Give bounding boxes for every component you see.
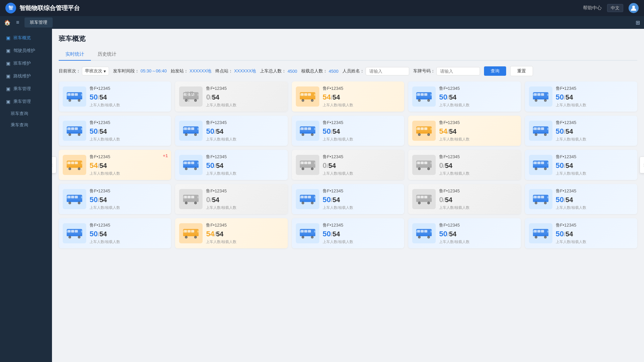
query-button[interactable]: 查询 [484,66,506,76]
plate-input[interactable] [436,67,480,75]
reset-button[interactable]: 重置 [510,66,533,76]
bus-capacity: 54 [566,196,573,203]
svg-rect-170 [67,200,82,202]
bus-card[interactable]: 鲁F•12345 50/54 上车人数/核载人数 [408,218,521,248]
svg-point-218 [544,202,546,204]
sidebar-item-driver[interactable]: ▣ 驾驶员维护 [0,44,52,57]
bus-sub-label: 上车人数/核载人数 [206,239,283,244]
filter-bar: 目前班次： 早班次次 ▾ 发车时间段： 05:30～06:40 始发站： XXX… [59,66,637,76]
sidebar-item-bus-query[interactable]: 班车查询 [0,108,52,119]
bus-card[interactable]: 鲁F•12345 54/54 上车人数/核载人数 [175,218,287,248]
bus-plate: 鲁F•12345 [439,85,517,92]
bus-info: 鲁F•12345 50/54 上车人数/核载人数 [206,120,283,141]
bus-sub-label: 上车人数/核载人数 [90,103,167,108]
bus-card[interactable]: 鲁F•12345 50/54 上车人数/核载人数 [525,116,637,146]
bus-card[interactable]: 鲁F•12345 50/54 上车人数/核载人数 [292,218,404,248]
svg-rect-268 [541,230,544,233]
name-input[interactable] [366,67,409,75]
bus-plate: 鲁F•12345 [556,85,633,92]
sidebar-item-bus-maintenance[interactable]: ▣ 班车维护 [0,57,52,70]
bus-card[interactable]: 鲁F•12345 0/54 上车人数/核载人数 [408,184,521,214]
sidebar-item-overview[interactable]: ▣ 班车概览 [0,32,52,44]
bus-card[interactable]: 鲁F•12345 50/54 上车人数/核载人数 [408,81,521,112]
sidebar-item-ride-mgmt[interactable]: ▣ 乘车管理 [0,82,52,95]
tab-realtime[interactable]: 实时统计 [59,49,91,61]
svg-rect-192 [300,200,315,202]
avatar[interactable] [629,3,639,13]
svg-rect-208 [416,196,418,198]
tab-history[interactable]: 历史统计 [91,49,123,61]
svg-rect-220 [547,196,548,198]
svg-rect-202 [424,196,427,198]
route-icon: ▣ [5,73,11,79]
bus-boarded: 50 [439,230,447,238]
bus-capacity: 54 [566,162,573,169]
bus-card[interactable]: 鲁F•12345 54/54 上车人数/核载人数 [292,81,404,112]
svg-rect-114 [75,162,78,164]
svg-rect-87 [300,128,301,130]
shift-select[interactable]: 早班次次 ▾ [82,67,109,75]
home-icon[interactable]: 🏠 [4,19,11,26]
sidebar-item-route[interactable]: ▣ 路线维护 [0,70,52,82]
carousel-next-button[interactable]: › [640,157,644,173]
bus-card[interactable]: 鲁F•12345 50/54 上车人数/核载人数 [59,184,171,214]
app-logo: 智 [5,3,16,13]
svg-point-75 [195,134,197,135]
svg-rect-109 [533,128,534,130]
bus-card[interactable]: 鲁F•12345 0/54 上车人数/核载人数 [175,184,287,214]
bus-card[interactable]: 鲁F•12345 54/54 上车人数/核载人数 +1 [59,150,171,180]
bus-sub-label: 上车人数/核载人数 [323,171,400,176]
lang-button[interactable]: 中文 [607,4,623,12]
svg-rect-125 [191,162,194,164]
capacity-label: 核载总人数： [301,68,327,74]
svg-rect-76 [183,128,184,130]
bus-card[interactable]: 鲁F•12345 50/54 上车人数/核载人数 [525,218,637,248]
bus-sub-label: 上车人数/核载人数 [90,171,167,176]
bus-sub-label: 上车人数/核载人数 [439,137,517,142]
svg-point-9 [78,100,80,101]
bus-card[interactable]: 鲁F•12345 50/54 上车人数/核载人数 [59,116,171,146]
bus-card[interactable]: 鲁F•12345 54/54 上车人数/核载人数 [408,116,521,146]
bus-card[interactable]: 鲁F•12345 50/54 上车人数/核载人数 [175,116,287,146]
svg-rect-235 [191,230,194,233]
bus-card[interactable]: 鲁F•12345 50/54 上车人数/核载人数 [525,81,637,112]
svg-rect-33 [314,94,315,96]
carousel-prev-button[interactable]: ‹ [52,157,56,173]
help-link[interactable]: 帮助中心 [583,5,602,11]
bus-boarded: 50 [90,230,98,238]
bus-capacity: 54 [212,94,219,101]
nav-tab-shuttle[interactable]: 班车管理 [24,17,53,27]
bus-card[interactable]: 鲁F•12345 0/54 上车人数/核载人数 [408,150,521,180]
svg-rect-3 [71,93,74,96]
bus-card[interactable]: 鲁F•12345 50/54 上车人数/核载人数 [525,150,637,180]
bus-card[interactable]: 鲁F•12345 50/54 上车人数/核载人数 [175,150,287,180]
bus-card[interactable]: 鲁F•12345 50/54 上车人数/核载人数 [59,81,171,112]
svg-rect-197 [300,196,301,198]
bus-capacity: 54 [449,128,457,135]
sidebar-item-ride-query[interactable]: 乘车查询 [0,119,52,131]
svg-point-227 [69,236,71,238]
svg-rect-43 [416,94,418,96]
svg-rect-113 [71,162,74,164]
bus-boarded: 50 [206,127,214,135]
sidebar-item-ride-mgmt2[interactable]: ▣ 乘车管理 [0,95,52,108]
bus-capacity: 54 [566,230,573,238]
svg-point-185 [195,202,197,204]
bus-boarded: 0 [439,195,443,204]
bus-card[interactable]: 鲁F•12345 50/54 上车人数/核载人数 [525,184,637,214]
svg-rect-104 [533,132,548,134]
svg-rect-148 [416,166,432,168]
svg-point-183 [185,202,187,204]
bus-card[interactable]: 鲁F•12345 50/54 上车人数/核载人数 [292,184,404,214]
bus-capacity: 54 [445,162,452,169]
grid-icon[interactable]: ⊞ [636,19,640,26]
bus-info: 鲁F•12345 50/54 上车人数/核载人数 [439,222,517,244]
svg-rect-37 [424,93,427,96]
bus-card[interactable]: 运载统 鲁F•12345 0/54 上车人数/核载人数 [175,81,287,112]
bus-card[interactable]: 鲁F•12345 0/54 上车人数/核载人数 [292,150,404,180]
bus-sub-label: 上车人数/核载人数 [323,239,400,244]
bus-card[interactable]: 鲁F•12345 50/54 上车人数/核载人数 [59,218,171,248]
menu-icon[interactable]: ≡ [16,19,19,25]
svg-point-150 [419,168,420,170]
bus-card[interactable]: 鲁F•12345 50/54 上车人数/核载人数 [292,116,404,146]
